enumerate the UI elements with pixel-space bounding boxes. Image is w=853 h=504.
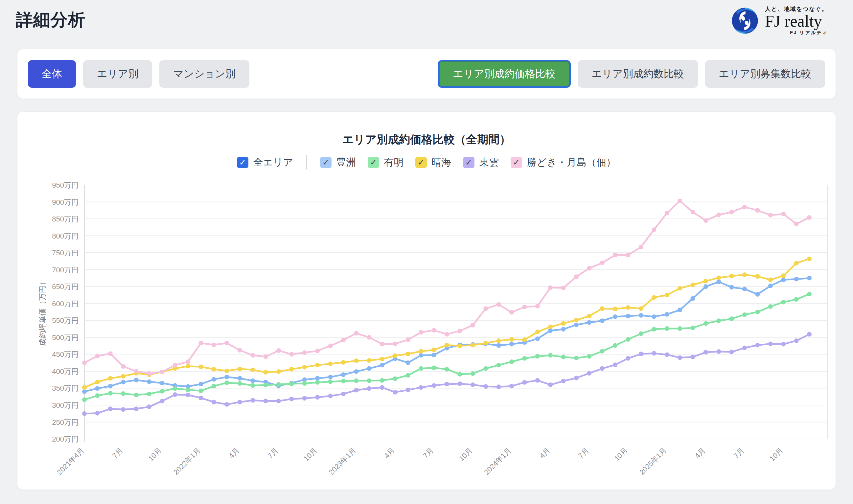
series-point-shinonome [406, 388, 411, 392]
series-point-kachidoki-tsukishima [794, 222, 799, 227]
series-point-shinonome [380, 385, 384, 390]
svg-text:7月: 7月 [421, 446, 435, 460]
series-point-toyosu [768, 284, 773, 288]
series-point-shinonome [302, 396, 307, 400]
checkbox-toyosu[interactable]: ✓ [320, 157, 331, 168]
series-point-kachidoki-tsukishima [328, 344, 333, 348]
series-point-toyosu [729, 285, 734, 289]
tab-area-price-comparison[interactable]: エリア別成約価格比較 [438, 60, 570, 88]
series-point-ariake [367, 378, 371, 383]
series-point-toyosu [328, 375, 333, 379]
series-point-harumi [626, 305, 631, 310]
checkbox-kachidoki-tsukishima[interactable]: ✓ [511, 157, 522, 168]
checkbox-shinonome[interactable]: ✓ [463, 157, 474, 168]
series-point-toyosu [587, 320, 592, 325]
series-point-ariake [781, 300, 786, 305]
logo-text: 人と、地域をつなぐ。 FJ realty FJ リアルティ [765, 5, 828, 36]
series-point-kachidoki-tsukishima [341, 338, 346, 342]
legend-item-all-areas[interactable]: ✓全エリア [237, 156, 293, 169]
series-point-harumi [677, 286, 682, 290]
series-point-ariake [522, 356, 527, 361]
series-point-ariake [639, 331, 643, 336]
series-point-shinonome [755, 343, 760, 348]
series-point-harumi [704, 279, 708, 284]
series-point-toyosu [419, 353, 423, 358]
series-point-harumi [600, 306, 604, 311]
series-point-shinonome [548, 382, 553, 387]
series-point-toyosu [354, 369, 359, 374]
series-point-kachidoki-tsukishima [561, 286, 566, 290]
legend-label-shinonome: 東雲 [479, 156, 499, 169]
series-point-shinonome [639, 352, 643, 356]
svg-text:250万円: 250万円 [52, 418, 78, 427]
svg-text:450万円: 450万円 [52, 350, 78, 358]
series-point-shinonome [432, 383, 436, 388]
legend-item-harumi[interactable]: ✓晴海 [415, 156, 451, 169]
legend-item-kachidoki-tsukishima[interactable]: ✓勝どき・月島（佃） [511, 156, 616, 169]
series-point-kachidoki-tsukishima [587, 266, 592, 271]
series-point-shinonome [781, 342, 786, 346]
series-point-kachidoki-tsukishima [393, 341, 397, 346]
series-point-shinonome [574, 376, 579, 380]
series-point-ariake [393, 377, 397, 381]
series-point-toyosu [315, 376, 320, 381]
series-point-kachidoki-tsukishima [600, 260, 604, 265]
series-point-shinonome [419, 385, 423, 390]
series-point-ariake [264, 383, 268, 388]
series-point-ariake [238, 381, 242, 386]
series-point-harumi [108, 376, 113, 381]
legend-label-toyosu: 豊洲 [336, 156, 356, 169]
series-point-kachidoki-tsukishima [483, 306, 488, 311]
series-point-ariake [380, 378, 384, 383]
series-point-harumi [380, 357, 384, 361]
series-point-shinonome [82, 411, 87, 416]
svg-text:700万円: 700万円 [52, 266, 78, 274]
tab-area-deal-count-comparison[interactable]: エリア別成約数比較 [578, 60, 698, 88]
series-point-shinonome [264, 399, 268, 403]
series-point-toyosu [224, 375, 229, 379]
series-point-shinonome [199, 396, 203, 400]
series-point-ariake [147, 392, 151, 396]
logo-sub: FJ リアルティ [790, 30, 828, 36]
legend-item-ariake[interactable]: ✓有明 [368, 156, 403, 169]
series-point-toyosu [212, 377, 216, 382]
checkbox-ariake[interactable]: ✓ [368, 157, 379, 168]
series-point-ariake [199, 389, 203, 393]
series-point-shinonome [289, 397, 294, 401]
series-point-shinonome [716, 349, 721, 354]
series-point-harumi [548, 325, 553, 329]
legend-item-toyosu[interactable]: ✓豊洲 [320, 156, 356, 169]
tab-overall[interactable]: 全体 [28, 60, 76, 88]
series-point-ariake [626, 337, 631, 342]
checkbox-all-areas[interactable]: ✓ [237, 157, 249, 168]
tab-area-listing-count-comparison[interactable]: エリア別募集数比較 [705, 60, 825, 88]
legend-label-all-areas: 全エリア [253, 156, 293, 169]
svg-text:800万円: 800万円 [52, 232, 78, 240]
series-point-ariake [548, 353, 553, 358]
series-point-harumi [535, 329, 540, 334]
legend-item-shinonome[interactable]: ✓東雲 [463, 156, 499, 169]
series-point-shinonome [121, 407, 126, 412]
svg-text:2024年1月: 2024年1月 [482, 446, 513, 476]
series-point-ariake [250, 383, 255, 388]
series-point-kachidoki-tsukishima [147, 371, 151, 376]
series-point-ariake [432, 366, 436, 370]
series-point-ariake [652, 327, 656, 331]
tab-by-mansion[interactable]: マンション別 [159, 60, 249, 88]
svg-text:4月: 4月 [693, 446, 707, 460]
series-point-kachidoki-tsukishima [768, 213, 773, 217]
series-point-toyosu [160, 381, 164, 385]
checkbox-harumi[interactable]: ✓ [415, 157, 427, 168]
series-point-ariake [665, 326, 669, 331]
svg-text:2021年4月: 2021年4月 [55, 446, 86, 476]
svg-text:550万円: 550万円 [52, 317, 78, 325]
series-point-toyosu [781, 277, 786, 282]
svg-text:2023年1月: 2023年1月 [327, 446, 358, 476]
series-point-toyosu [121, 380, 126, 384]
series-point-kachidoki-tsukishima [574, 274, 579, 279]
series-point-ariake [276, 382, 281, 387]
legend-divider [306, 155, 307, 169]
tab-by-area[interactable]: エリア別 [83, 60, 152, 88]
series-point-harumi [328, 361, 333, 366]
series-point-shinonome [535, 378, 540, 383]
